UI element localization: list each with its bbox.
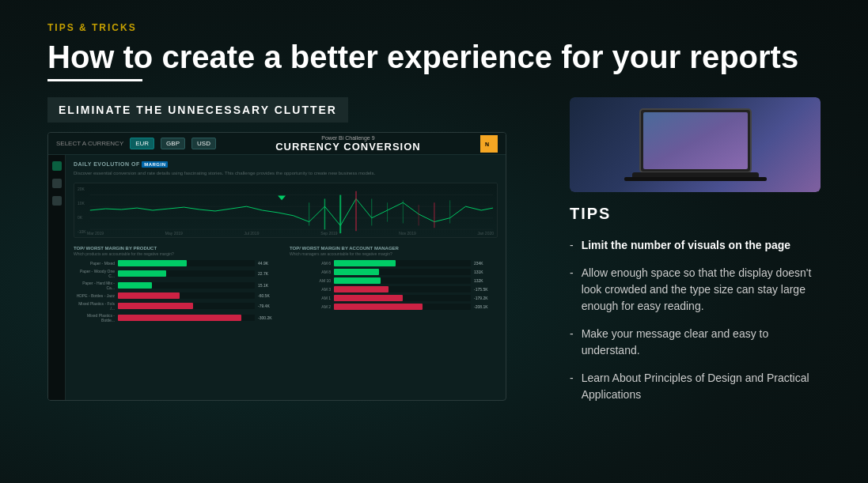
table-row: HDPE - Bottles - Jazz -60.5K [74,292,282,299]
db-desc-line1: Discover essential conversion and rate d… [74,170,498,176]
tips-heading: TIPS [570,205,821,223]
eur-button[interactable]: EUR [130,138,154,149]
svg-text:N: N [485,142,489,147]
list-item: - Learn About Principles of Design and P… [570,370,821,403]
left-panel: ELIMINATE THE UNNECESSARY CLUTTER SELECT… [47,97,538,401]
laptop-image-area [570,97,821,192]
db-bar-subtitle-left: Which products are accountable for the n… [74,251,282,257]
table-row: AM 10 132K [290,277,498,284]
right-panel: TIPS - Limit the number of visuals on th… [538,97,821,403]
svg-marker-16 [278,196,286,201]
db-bar-section-left: TOP/ WORST MARGIN BY PRODUCT Which produ… [74,246,282,325]
db-bottom-charts: TOP/ WORST MARGIN BY PRODUCT Which produ… [74,246,498,325]
eliminate-badge: ELIMINATE THE UNNECESSARY CLUTTER [47,97,348,123]
db-bar-section-right: TOP/ WORST MARGIN BY ACCOUNT MANAGER Whi… [290,246,498,325]
table-row: Paper - Hard Mix - Ca... 15.1K [74,281,282,290]
sidebar-icon-settings [52,196,62,206]
list-item: - Make your message clear and easy to un… [570,326,821,359]
sidebar-icon-chart [52,179,62,188]
gbp-button[interactable]: GBP [161,138,185,149]
nat-geo-logo: N [480,135,498,153]
list-item: - Limit the number of visuals on the pag… [570,237,821,254]
table-row: AM 2 -208.1K [290,304,498,310]
title-underline [47,79,142,81]
table-row: Mixed Plastics - Bottle... -300.2K [74,313,282,323]
dashboard-mockup: SELECT A CURRENCY EUR GBP USD Power Bi C… [47,132,506,401]
main-title: How to create a better experience for yo… [47,40,821,74]
db-bar-title-right: TOP/ WORST MARGIN BY ACCOUNT MANAGER [290,246,498,251]
tips-list: - Limit the number of visuals on the pag… [570,237,821,403]
highlight-margin: MARGIN [142,161,168,168]
page-content: TIPS & TRICKS How to create a better exp… [0,0,868,425]
laptop-svg [624,105,767,184]
db-challenge: Power Bi Challenge 9 [222,135,474,141]
table-row: AM 3 -175.5K [290,286,498,292]
tips-label: TIPS & TRICKS [47,22,821,33]
db-currency-label: SELECT A CURRENCY [56,140,123,147]
db-bar-title-left: TOP/ WORST MARGIN BY PRODUCT [74,246,282,251]
svg-rect-18 [643,112,748,169]
db-x-labels: Mar 2019 May 2019 Jul 2019 Sep 2019 Nov … [87,231,494,236]
table-row: AM 6 234K [290,260,498,266]
db-bar-subtitle-right: Which managers are accountable for the n… [290,251,498,257]
db-body: DAILY EVOLUTION OF MARGIN Discover essen… [48,155,506,400]
db-section-title: DAILY EVOLUTION OF MARGIN [74,161,498,168]
laptop-bg [570,97,821,192]
db-main-content: DAILY EVOLUTION OF MARGIN Discover essen… [66,155,506,400]
db-chart-area: 20K 10K 0K -10K [74,183,498,238]
list-item: - Allow enough space so that the display… [570,265,821,315]
table-row: AM 8 131K [290,269,498,275]
main-body: ELIMINATE THE UNNECESSARY CLUTTER SELECT… [47,97,821,403]
sidebar-icon-home [52,161,62,171]
db-main-title: CURRENCY CONVERSION [222,141,474,153]
svg-rect-20 [624,177,767,181]
table-row: Paper - Woody One C... 22.7K [74,269,282,278]
db-header: SELECT A CURRENCY EUR GBP USD Power Bi C… [48,133,506,155]
db-title-area: Power Bi Challenge 9 CURRENCY CONVERSION [222,135,474,153]
table-row: Mixed Plastics - Fols /... -79.4K [74,301,282,311]
table-row: AM 1 -179.2K [290,295,498,301]
db-sidebar [48,155,66,400]
table-row: Paper - Mixed 44.9K [74,260,282,266]
usd-button[interactable]: USD [191,138,216,149]
sparkline-chart [74,183,497,237]
